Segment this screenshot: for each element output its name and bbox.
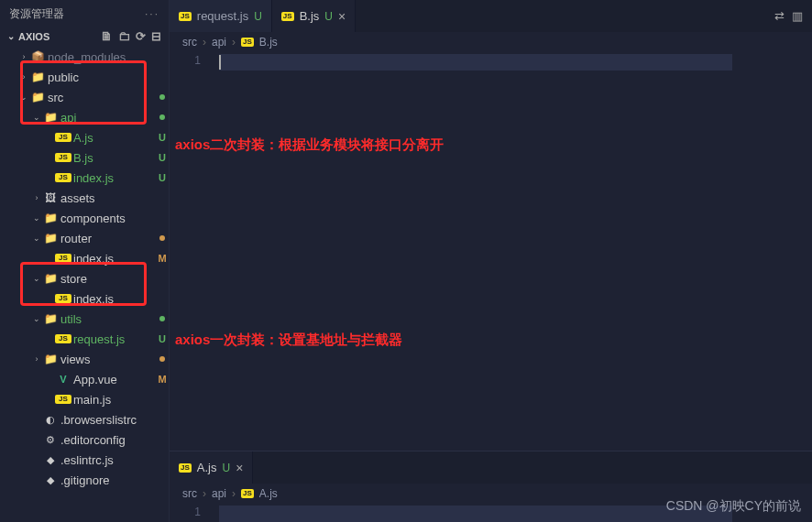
tree-item[interactable]: ⌄📁store	[0, 268, 169, 288]
file-icon: JS	[55, 133, 71, 142]
file-name: .browserslistrc	[59, 413, 156, 427]
tab-request-js[interactable]: JS request.js U	[170, 0, 272, 32]
code-area[interactable]	[215, 52, 812, 451]
tree-item[interactable]: ›📁public	[0, 67, 169, 87]
file-icon: 📁	[42, 272, 59, 285]
file-name: .editorconfig	[59, 433, 156, 447]
tree-item[interactable]: ⚙.editorconfig	[0, 430, 169, 450]
file-icon: JS	[55, 153, 71, 162]
close-icon[interactable]: ×	[338, 9, 346, 24]
git-status: M	[156, 253, 169, 264]
git-status: M	[156, 374, 169, 385]
tree-item[interactable]: ◐.browserslistrc	[0, 409, 169, 430]
file-name: node_modules	[46, 50, 156, 64]
new-folder-icon[interactable]: 🗀	[118, 29, 130, 43]
tab-bar-2: JS A.js U ×	[170, 451, 812, 484]
file-icon: 🖼	[42, 191, 59, 204]
git-status: U	[156, 172, 169, 183]
file-tree: ›📦node_modules›📁public⌄📁src⌄📁apiJSA.jsUJ…	[0, 45, 169, 522]
file-name: B.js	[71, 151, 156, 165]
tree-item[interactable]: ⌄📁components	[0, 208, 169, 228]
collapse-icon[interactable]: ⊟	[151, 29, 161, 43]
explorer-header: 资源管理器 ···	[0, 0, 169, 27]
cursor	[219, 55, 221, 70]
tree-item[interactable]: JSindex.jsM	[0, 248, 169, 268]
file-name: index.js	[71, 171, 156, 185]
file-icon: JS	[55, 294, 71, 303]
file-name: api	[59, 111, 156, 125]
file-icon: ◆	[42, 454, 59, 466]
tree-item[interactable]: ›📦node_modules	[0, 47, 169, 67]
file-name: .eslintrc.js	[59, 453, 156, 467]
tree-item[interactable]: JSindex.js	[0, 288, 169, 309]
tree-item[interactable]: JSmain.js	[0, 389, 169, 409]
js-icon: JS	[179, 463, 192, 473]
file-name: router	[59, 232, 156, 245]
file-name: store	[59, 272, 156, 286]
status-u: U	[222, 462, 230, 474]
file-name: App.vue	[71, 373, 156, 386]
status-u: U	[324, 10, 333, 23]
watermark: CSDN @初映CY的前说	[666, 498, 801, 515]
tree-item[interactable]: ◆.gitignore	[0, 470, 169, 490]
project-name: AXIOS	[18, 31, 49, 42]
refresh-icon[interactable]: ⟳	[136, 29, 146, 43]
file-name: request.js	[71, 332, 156, 346]
close-icon[interactable]: ×	[236, 461, 243, 475]
chevron-icon: ⌄	[31, 234, 42, 243]
tab-label: B.js	[300, 9, 320, 23]
file-name: .gitignore	[59, 473, 156, 487]
compare-icon[interactable]: ⇄	[774, 9, 785, 23]
chevron-icon: ⌄	[18, 92, 29, 102]
file-icon: JS	[55, 254, 71, 263]
breadcrumb-1[interactable]: src› api› JS B.js	[170, 32, 812, 52]
tree-item[interactable]: ⌄📁utils	[0, 309, 169, 329]
chevron-icon: ›	[31, 354, 42, 364]
file-name: A.js	[71, 131, 156, 145]
sidebar: 资源管理器 ··· ⌄ AXIOS 🗎 🗀 ⟳ ⊟ ›📦node_modules…	[0, 0, 170, 522]
js-icon: JS	[179, 12, 192, 21]
file-name: components	[59, 212, 156, 225]
tree-item[interactable]: ⌄📁api	[0, 107, 169, 127]
tree-item[interactable]: ⌄📁router	[0, 228, 169, 248]
new-file-icon[interactable]: 🗎	[101, 29, 113, 43]
file-icon: 📁	[42, 353, 59, 365]
file-name: index.js	[71, 292, 156, 306]
tree-item[interactable]: ◆.eslintrc.js	[0, 450, 169, 470]
gutter: 1	[170, 504, 215, 522]
file-name: src	[46, 91, 156, 104]
file-icon: JS	[55, 173, 71, 182]
file-icon: JS	[55, 334, 71, 343]
js-icon: JS	[281, 12, 294, 21]
file-name: public	[46, 71, 156, 84]
tab-label: A.js	[197, 461, 217, 474]
chevron-icon: ⌄	[31, 213, 42, 223]
file-name: views	[59, 353, 156, 366]
file-icon: 📁	[42, 212, 59, 224]
tree-item[interactable]: JSB.jsU	[0, 147, 169, 168]
file-icon: ◆	[42, 474, 59, 486]
tree-item[interactable]: ›📁views	[0, 349, 169, 369]
more-icon[interactable]: ···	[145, 7, 159, 20]
editor-pane-1[interactable]: 1 axios二次封装：根据业务模块将接口分离开	[170, 52, 812, 451]
tree-item[interactable]: ⌄📁src	[0, 87, 169, 107]
chevron-icon: ›	[18, 72, 29, 82]
tab-label: request.js	[197, 9, 248, 23]
tree-item[interactable]: JSrequest.jsU	[0, 329, 169, 349]
git-status: U	[156, 152, 169, 163]
chevron-icon: ⌄	[31, 314, 42, 323]
tree-item[interactable]: VApp.vueM	[0, 369, 169, 389]
status-u: U	[254, 10, 262, 23]
tree-item[interactable]: JSA.jsU	[0, 127, 169, 147]
tree-item[interactable]: JSindex.jsU	[0, 168, 169, 188]
file-icon: 📁	[42, 312, 59, 325]
project-row[interactable]: ⌄ AXIOS 🗎 🗀 ⟳ ⊟	[0, 27, 169, 45]
file-icon: ⚙	[42, 434, 59, 446]
file-icon: V	[55, 374, 71, 385]
split-icon[interactable]: ▥	[792, 9, 803, 23]
tree-item[interactable]: ›🖼assets	[0, 188, 169, 208]
js-icon: JS	[241, 489, 254, 498]
annotation-2: axios一次封装：设置基地址与拦截器	[175, 332, 402, 349]
tab-b-js[interactable]: JS B.js U ×	[272, 0, 356, 32]
tab-a-js[interactable]: JS A.js U ×	[170, 451, 253, 484]
